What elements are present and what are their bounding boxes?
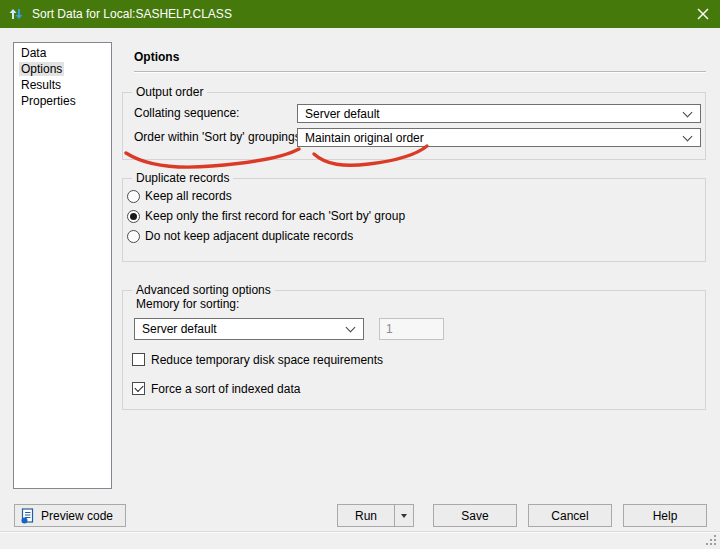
run-dropdown-arrow[interactable] [394,505,413,526]
chevron-down-icon [346,323,356,333]
memory-for-sorting-label: Memory for sorting: [136,295,239,314]
sidebar-item-data[interactable]: Data [14,45,111,61]
title-bar[interactable]: Sort Data for Local:SASHELP.CLASS [0,0,720,28]
group-title: Output order [132,85,207,99]
chevron-down-icon [683,131,693,141]
collating-sequence-dropdown[interactable]: Server default [297,104,701,123]
radio-label: Do not keep adjacent duplicate records [145,229,353,243]
run-split-button: Run [337,504,414,527]
order-within-groupings-value: Maintain original order [305,131,424,145]
caret-down-icon [401,514,407,518]
memory-for-sorting-dropdown[interactable]: Server default [134,318,364,340]
checkbox-label: Force a sort of indexed data [151,382,300,396]
collating-sequence-label: Collating sequence: [134,104,239,123]
sidebar-item-properties[interactable]: Properties [14,93,111,109]
page-title: Options [134,50,179,64]
advanced-sorting-group: Advanced sorting options Memory for sort… [122,290,706,410]
radio-label: Keep all records [145,189,232,203]
heading-divider [134,71,706,73]
sort-data-dialog: Sort Data for Local:SASHELP.CLASS Data O… [0,0,720,549]
code-document-icon [21,508,35,524]
help-button[interactable]: Help [623,504,707,527]
save-button[interactable]: Save [433,504,517,527]
checkbox-force-sort-indexed[interactable]: Force a sort of indexed data [132,381,300,396]
sort-task-icon [8,6,24,22]
memory-amount-field: 1 [379,318,444,340]
checkbox-checked-icon [132,382,145,395]
preview-code-button[interactable]: Preview code [14,504,126,527]
preview-code-label: Preview code [41,509,113,523]
radio-keep-first-record[interactable]: Keep only the first record for each 'Sor… [127,208,405,224]
radio-no-adjacent-duplicates[interactable]: Do not keep adjacent duplicate records [127,228,353,244]
resize-grip[interactable] [704,533,717,546]
output-order-group: Output order Collating sequence: Server … [122,92,706,160]
checkbox-icon [132,353,145,366]
radio-selected-icon [127,210,140,223]
radio-label: Keep only the first record for each 'Sor… [145,209,405,223]
category-list: Data Options Results Properties [13,42,112,489]
memory-for-sorting-value: Server default [142,322,217,336]
radio-icon [127,230,140,243]
footer-divider [0,531,720,533]
collating-sequence-value: Server default [305,107,380,121]
radio-icon [127,190,140,203]
run-button[interactable]: Run [338,509,394,523]
radio-keep-all-records[interactable]: Keep all records [127,188,232,204]
close-icon[interactable] [694,6,712,22]
checkbox-reduce-disk-space[interactable]: Reduce temporary disk space requirements [132,352,383,367]
order-within-groupings-dropdown[interactable]: Maintain original order [297,128,701,147]
group-title: Duplicate records [132,171,233,185]
checkbox-label: Reduce temporary disk space requirements [151,353,383,367]
order-within-groupings-label: Order within 'Sort by' groupings: [134,128,304,147]
window-title: Sort Data for Local:SASHELP.CLASS [32,7,232,21]
sidebar-item-options[interactable]: Options [14,61,111,77]
chevron-down-icon [683,107,693,117]
cancel-button[interactable]: Cancel [528,504,612,527]
sidebar-item-results[interactable]: Results [14,77,111,93]
duplicate-records-group: Duplicate records Keep all records Keep … [122,178,706,262]
